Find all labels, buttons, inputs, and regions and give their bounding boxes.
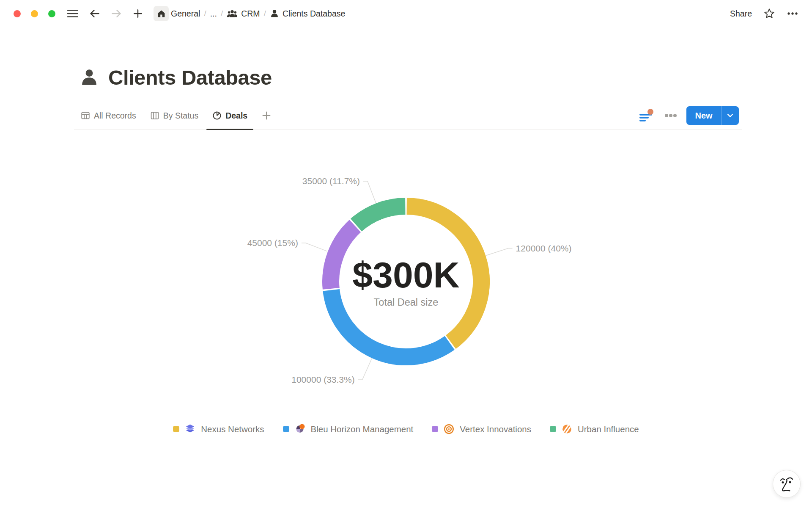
callout-leader-line bbox=[363, 181, 376, 203]
view-controls: New bbox=[639, 102, 739, 130]
minimize-window-button[interactable] bbox=[31, 10, 38, 17]
legend-item-nexus-networks[interactable]: Nexus Networks bbox=[173, 423, 264, 435]
notion-ai-button[interactable] bbox=[773, 470, 801, 498]
add-view-plus-icon[interactable] bbox=[259, 102, 274, 130]
chevron-down-icon bbox=[727, 113, 733, 118]
legend-swatch bbox=[550, 426, 556, 432]
donut-segment-2[interactable] bbox=[331, 290, 450, 357]
segment-callout: 100000 (33.3%) bbox=[291, 375, 354, 384]
segment-callout: 120000 (40%) bbox=[516, 243, 572, 253]
favorite-star-icon[interactable] bbox=[763, 8, 775, 19]
tab-by-status[interactable]: By Status bbox=[144, 102, 204, 130]
legend-swatch bbox=[173, 426, 179, 432]
breadcrumb: General / ... / CRM / Clients Database bbox=[171, 0, 345, 27]
new-record-button[interactable]: New bbox=[686, 106, 739, 125]
notion-ai-face-icon bbox=[777, 475, 796, 493]
view-more-options-icon[interactable] bbox=[664, 113, 677, 118]
legend-label: Nexus Networks bbox=[201, 424, 264, 434]
tab-label: All Records bbox=[94, 111, 136, 121]
page-person-icon[interactable] bbox=[80, 68, 99, 87]
back-icon[interactable] bbox=[89, 8, 100, 19]
breadcrumb-item-general[interactable]: General bbox=[171, 9, 200, 19]
breadcrumb-separator: / bbox=[264, 9, 266, 18]
donut-segment-1[interactable] bbox=[407, 206, 481, 342]
legend-swatch bbox=[283, 426, 289, 432]
callout-leader-line bbox=[358, 359, 372, 380]
callout-leader-line bbox=[302, 243, 327, 251]
forward-icon[interactable] bbox=[111, 8, 122, 19]
share-button[interactable]: Share bbox=[730, 9, 752, 19]
callout-leader-line bbox=[486, 248, 512, 256]
view-tabs: All Records By Status Deals bbox=[75, 102, 274, 130]
new-button-label: New bbox=[686, 111, 721, 121]
tab-deals[interactable]: Deals bbox=[206, 102, 253, 130]
legend-label: Urban Influence bbox=[578, 424, 639, 434]
people-icon bbox=[227, 9, 238, 18]
more-options-icon[interactable] bbox=[787, 8, 798, 19]
breadcrumb-item-clients-database[interactable]: Clients Database bbox=[270, 9, 346, 19]
breadcrumb-label: Clients Database bbox=[283, 9, 346, 19]
tab-all-records[interactable]: All Records bbox=[75, 102, 142, 130]
legend-label: Bleu Horizon Management bbox=[311, 424, 414, 434]
view-tabs-row: All Records By Status Deals bbox=[74, 102, 742, 130]
bullseye-logo bbox=[443, 423, 455, 435]
donut-segment-3[interactable] bbox=[331, 226, 355, 289]
chart-legend: Nexus Networks Bleu Horizon Management V… bbox=[0, 423, 812, 435]
striped-circle-logo bbox=[561, 423, 573, 435]
legend-swatch bbox=[432, 426, 438, 432]
filter-badge-dot bbox=[647, 109, 653, 115]
new-button-dropdown[interactable] bbox=[721, 113, 739, 118]
pie-icon bbox=[212, 111, 222, 120]
legend-item-vertex-innovations[interactable]: Vertex Innovations bbox=[432, 423, 531, 435]
board-icon bbox=[150, 111, 159, 120]
deal-size-donut-chart: 120000 (40%)100000 (33.3%)45000 (15%)350… bbox=[0, 130, 812, 426]
breadcrumb-label: CRM bbox=[241, 9, 260, 19]
table-icon bbox=[81, 111, 90, 120]
new-tab-plus-icon[interactable] bbox=[133, 8, 143, 19]
breadcrumb-item-crm[interactable]: CRM bbox=[227, 9, 260, 19]
menu-icon[interactable] bbox=[67, 9, 78, 18]
donut-segment-4[interactable] bbox=[356, 206, 405, 225]
legend-label: Vertex Innovations bbox=[460, 424, 531, 434]
window-controls bbox=[14, 0, 55, 27]
tab-label: By Status bbox=[163, 111, 198, 121]
breadcrumb-separator: / bbox=[204, 9, 206, 18]
page-title[interactable]: Clients Database bbox=[108, 66, 272, 89]
home-icon bbox=[157, 9, 166, 18]
filter-sort-icon[interactable] bbox=[639, 108, 655, 123]
segment-callout: 45000 (15%) bbox=[247, 238, 298, 248]
page-header: Clients Database bbox=[80, 63, 272, 92]
zoom-window-button[interactable] bbox=[48, 10, 55, 17]
close-window-button[interactable] bbox=[14, 10, 21, 17]
tab-label: Deals bbox=[225, 111, 247, 121]
segment-callout: 35000 (11.7%) bbox=[302, 176, 360, 186]
window-toolbar: General / ... / CRM / Clients Database S… bbox=[0, 0, 812, 27]
total-deal-subtitle: Total Deal size bbox=[374, 297, 439, 308]
topbar-actions: Share bbox=[730, 0, 798, 27]
home-button[interactable] bbox=[154, 6, 169, 21]
breadcrumb-separator: / bbox=[221, 9, 223, 18]
total-deal-value: $300K bbox=[352, 254, 459, 295]
quarters-logo bbox=[294, 423, 306, 435]
legend-item-bleu-horizon-management[interactable]: Bleu Horizon Management bbox=[283, 423, 414, 435]
nav-cluster bbox=[67, 0, 169, 27]
layers-logo bbox=[184, 423, 196, 435]
legend-item-urban-influence[interactable]: Urban Influence bbox=[550, 423, 639, 435]
person-icon bbox=[270, 9, 279, 18]
breadcrumb-ellipsis[interactable]: ... bbox=[210, 9, 217, 19]
